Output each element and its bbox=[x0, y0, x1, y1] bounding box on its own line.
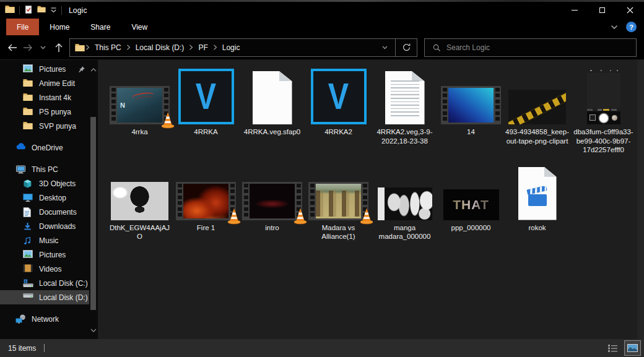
sidebar-item-anime-edit[interactable]: Anime Edit bbox=[0, 76, 89, 90]
chevron-right-icon bbox=[126, 45, 131, 50]
file-name: Fire 1 bbox=[197, 223, 215, 233]
sidebar-item-instant-4k[interactable]: Instant 4k bbox=[0, 90, 89, 105]
disk-c-icon bbox=[23, 278, 33, 288]
file-item[interactable]: 493-4934858_keep-out-tape-png-clipart bbox=[504, 66, 570, 155]
file-icon-area bbox=[508, 66, 566, 124]
address-bar[interactable]: This PCLocal Disk (D:)PFLogic bbox=[69, 38, 417, 57]
minimize-button[interactable] bbox=[560, 2, 588, 19]
maximize-button[interactable] bbox=[588, 2, 616, 19]
tab-file[interactable]: File bbox=[6, 19, 39, 35]
sidebar-item-network[interactable]: Network bbox=[0, 312, 89, 326]
file-item[interactable]: manga madara_000000 bbox=[372, 162, 438, 241]
sidebar-item-music[interactable]: Music bbox=[0, 233, 89, 247]
sidebar-item-label: Pictures bbox=[39, 65, 66, 74]
details-view-button[interactable] bbox=[605, 342, 620, 355]
sidebar-item-downloads[interactable]: Downloads bbox=[0, 219, 89, 233]
file-name: 4rrka bbox=[131, 127, 147, 137]
pin-icon bbox=[78, 66, 85, 73]
file-item[interactable]: rokok bbox=[504, 162, 570, 241]
sidebar-item-local-disk-d[interactable]: Local Disk (D:) bbox=[0, 290, 89, 304]
qat-dropdown-icon[interactable] bbox=[50, 6, 57, 15]
sidebar-item-label: Anime Edit bbox=[39, 79, 75, 88]
breadcrumb-item[interactable]: This PC bbox=[90, 43, 126, 52]
sidebar-item-3d-objects[interactable]: 3D Objects bbox=[0, 176, 89, 191]
file-icon-area bbox=[242, 162, 302, 220]
sidebar-item-onedrive[interactable]: OneDrive bbox=[0, 140, 89, 155]
file-item[interactable]: V4RRKA2 bbox=[305, 66, 372, 155]
close-icon bbox=[627, 7, 633, 14]
file-item[interactable]: N4rrka bbox=[107, 66, 173, 155]
file-item[interactable]: 4RRKA2.veg,3-9-2022,18-23-38 bbox=[372, 66, 438, 155]
file-icon-area: N bbox=[110, 66, 170, 124]
sidebar-item-this-pc[interactable]: This PC bbox=[0, 162, 89, 176]
sidebar-scrollbar[interactable] bbox=[89, 60, 98, 339]
video-thumbnail: N bbox=[110, 86, 170, 124]
file-name: intro bbox=[265, 223, 279, 233]
tab-view[interactable]: View bbox=[121, 19, 158, 35]
file-item[interactable]: 4RRKA.veg.sfap0 bbox=[239, 66, 305, 155]
file-item[interactable]: Madara vs Alliance(1) bbox=[305, 162, 372, 241]
address-folder-icon bbox=[75, 43, 85, 52]
downloads-icon bbox=[23, 222, 33, 231]
red-swoosh-decoration bbox=[131, 92, 154, 102]
sidebar-item-pictures[interactable]: Pictures bbox=[0, 247, 89, 262]
file-item[interactable]: THATppp_000000 bbox=[438, 162, 504, 241]
scroll-down-icon[interactable] bbox=[90, 324, 97, 335]
address-dropdown-chevron-icon[interactable] bbox=[375, 46, 395, 49]
sidebar-item-ps-punya[interactable]: PS punya bbox=[0, 105, 89, 119]
file-item[interactable]: V4RRKA bbox=[173, 66, 239, 155]
video-thumbnail bbox=[441, 86, 501, 124]
tab-home[interactable]: Home bbox=[39, 19, 80, 35]
search-box[interactable] bbox=[424, 38, 637, 57]
tab-share[interactable]: Share bbox=[80, 19, 121, 35]
video-file-icon bbox=[518, 167, 557, 220]
search-input[interactable] bbox=[446, 43, 607, 52]
file-icon-area bbox=[518, 162, 557, 220]
breadcrumb-item[interactable]: PF bbox=[194, 43, 212, 52]
sidebar-item-pictures[interactable]: Pictures bbox=[0, 62, 89, 76]
sidebar-item-label: SVP punya bbox=[39, 122, 76, 131]
properties-check-icon[interactable] bbox=[24, 5, 33, 16]
breadcrumb-item[interactable]: Local Disk (D:) bbox=[131, 43, 189, 52]
file-item[interactable]: intro bbox=[239, 162, 305, 241]
file-name: rokok bbox=[528, 223, 546, 233]
close-button[interactable] bbox=[616, 2, 644, 19]
cube-icon bbox=[23, 179, 33, 189]
sidebar-item-local-disk-c[interactable]: Local Disk (C:) bbox=[0, 276, 89, 290]
filmstrip-holes-icon bbox=[310, 184, 315, 218]
forward-button[interactable] bbox=[20, 40, 35, 56]
sidebar-item-label: Pictures bbox=[39, 251, 66, 259]
page-fold bbox=[544, 167, 557, 177]
file-name: Madara vs Alliance(1) bbox=[307, 223, 370, 241]
video-thumbnail bbox=[176, 182, 236, 220]
help-button[interactable]: ? bbox=[626, 22, 637, 32]
thumbnail-view-button[interactable] bbox=[624, 340, 641, 356]
recent-locations-chevron-icon[interactable] bbox=[35, 40, 51, 56]
filmstrip-holes-icon bbox=[443, 88, 447, 123]
file-item[interactable]: 14 bbox=[438, 66, 504, 155]
file-item[interactable]: Fire 1 bbox=[173, 162, 239, 241]
back-button[interactable] bbox=[4, 40, 20, 56]
sidebar-item-label: PS punya bbox=[39, 108, 71, 116]
file-icon-area bbox=[385, 66, 425, 124]
file-name: ppp_000000 bbox=[451, 223, 491, 233]
sidebar-item-documents[interactable]: Documents bbox=[0, 205, 89, 219]
explorer-window: Logic FileHomeShareView ? This PCLocal D… bbox=[0, 2, 644, 357]
sidebar-item-videos[interactable]: Videos bbox=[0, 262, 89, 276]
scroll-up-icon[interactable] bbox=[90, 63, 97, 74]
file-item[interactable]: DthK_EGW4AAjAJO bbox=[107, 162, 173, 241]
folder-icon bbox=[23, 107, 33, 117]
page-fold bbox=[412, 71, 424, 81]
expand-ribbon-chevron-icon[interactable] bbox=[611, 23, 618, 32]
refresh-button[interactable] bbox=[396, 43, 417, 52]
main-scrollbar-track[interactable] bbox=[637, 60, 644, 339]
scrollbar-thumb[interactable] bbox=[90, 117, 96, 310]
file-pane[interactable]: N4rrkaV4RRKA4RRKA.veg.sfap0V4RRKA24RRKA2… bbox=[98, 60, 644, 339]
sidebar-item-svp-punya[interactable]: SVP punya bbox=[0, 119, 89, 133]
up-button[interactable] bbox=[51, 40, 66, 56]
videos-icon bbox=[23, 264, 33, 274]
breadcrumb-item[interactable]: Logic bbox=[218, 43, 245, 52]
file-item[interactable]: dba3fum-c9ff9a33-be99-400c-9b97-17d2257e… bbox=[570, 66, 637, 155]
new-folder-icon[interactable] bbox=[37, 6, 46, 15]
sidebar-item-desktop[interactable]: Desktop bbox=[0, 191, 89, 205]
